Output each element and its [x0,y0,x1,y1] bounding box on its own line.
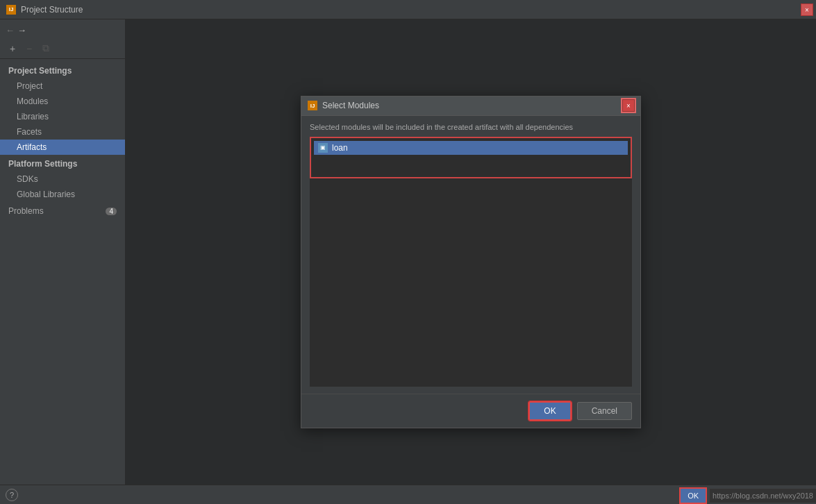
dialog-footer: OK Cancel [301,394,640,428]
modules-list: ▣ loan [310,137,632,178]
sidebar-item-facets[interactable]: Facets [0,124,125,140]
content-area: Nothing to show IJ Select Modules × Sele… [126,19,816,504]
select-modules-dialog: IJ Select Modules × Selected modules wil… [301,96,641,428]
dialog-title-bar: IJ Select Modules × [301,96,640,116]
problems-badge: 4 [106,208,117,215]
watermark-url: https://blog.csdn.net/wxy2018 [710,489,816,503]
problems-label: Problems [8,206,44,216]
nav-arrows: ← → [0,22,125,38]
window-close-button[interactable]: × [801,3,813,16]
dialog-ide-logo: IJ [308,101,317,110]
sidebar: ← → + − ⧉ Project Settings Project Modul… [0,19,126,504]
ide-logo: IJ [6,5,16,15]
sidebar-toolbar: + − ⧉ [0,38,125,59]
main-layout: ← → + − ⧉ Project Settings Project Modul… [0,19,816,504]
watermark-area: OK https://blog.csdn.net/wxy2018 [679,487,816,504]
project-settings-label: Project Settings [0,62,125,78]
platform-settings-label: Platform Settings [0,155,125,171]
add-button[interactable]: + [6,42,19,56]
dialog-title-text: Select Modules [322,101,622,110]
sidebar-item-project[interactable]: Project [0,78,125,94]
cancel-button[interactable]: Cancel [577,402,632,420]
bottom-bar: ? OK https://blog.csdn.net/wxy2018 [0,485,816,504]
sidebar-item-artifacts[interactable]: Artifacts [0,140,125,155]
forward-arrow[interactable]: → [17,25,26,35]
dialog-empty-area [310,178,632,387]
dialog-overlay: IJ Select Modules × Selected modules wil… [126,19,816,504]
copy-button[interactable]: ⧉ [39,42,53,56]
help-button[interactable]: ? [6,489,18,501]
back-arrow[interactable]: ← [6,25,15,35]
module-item-loan[interactable]: ▣ loan [314,141,628,155]
title-bar: IJ Project Structure × [0,0,816,19]
dialog-title-icon: IJ [307,100,318,111]
module-label: loan [332,143,348,153]
module-folder-icon: ▣ [318,143,328,153]
app-icon: IJ [6,4,17,15]
bottom-ok-button[interactable]: OK [679,487,707,504]
ok-button[interactable]: OK [528,401,571,421]
remove-button[interactable]: − [22,42,36,56]
sidebar-item-global-libraries[interactable]: Global Libraries [0,187,125,202]
dialog-close-button[interactable]: × [622,99,635,112]
dialog-description: Selected modules will be included in the… [310,123,632,131]
sidebar-item-libraries[interactable]: Libraries [0,109,125,124]
window-title: Project Structure [21,5,810,15]
dialog-body: Selected modules will be included in the… [301,116,640,394]
sidebar-item-problems[interactable]: Problems 4 [0,202,125,220]
sidebar-item-modules[interactable]: Modules [0,94,125,109]
sidebar-content: Project Settings Project Modules Librari… [0,59,125,223]
sidebar-item-sdks[interactable]: SDKs [0,171,125,187]
